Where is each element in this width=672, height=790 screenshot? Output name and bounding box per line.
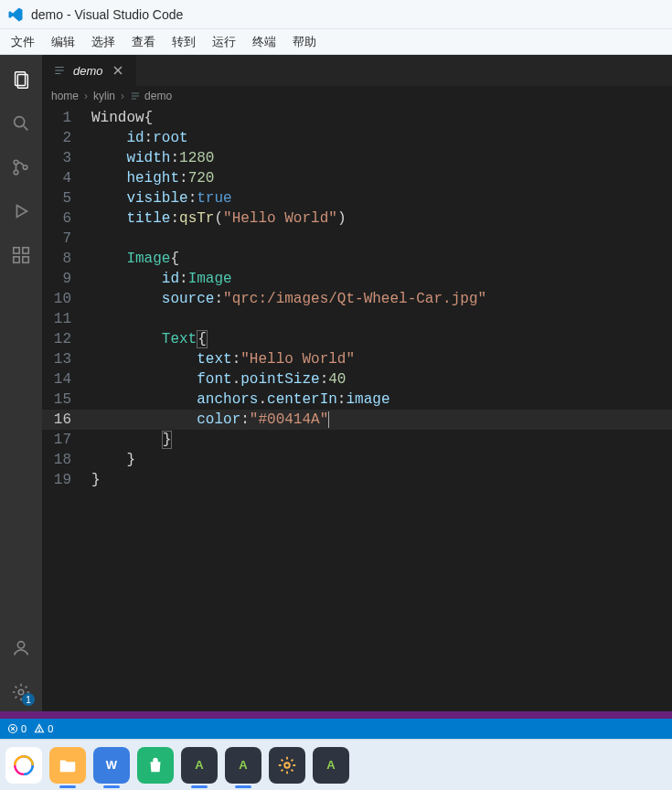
code-line[interactable]: 14 font.pointSize:40 — [42, 369, 672, 390]
menu-文件[interactable]: 文件 — [4, 32, 42, 52]
errors-count: 0 — [21, 723, 27, 734]
code-line[interactable]: 8 Image{ — [42, 249, 672, 269]
line-number: 5 — [42, 188, 88, 208]
menu-终端[interactable]: 终端 — [245, 32, 283, 52]
code-line[interactable]: 13 text:"Hello World" — [42, 349, 672, 369]
taskbar-app-wps[interactable]: W — [93, 747, 130, 784]
sash-bar[interactable] — [0, 711, 672, 719]
menu-查看[interactable]: 查看 — [124, 32, 163, 52]
extensions-icon[interactable] — [0, 236, 42, 274]
tab-label: demo — [73, 64, 103, 78]
line-number: 17 — [42, 430, 88, 450]
tab-demo[interactable]: demo — [42, 55, 137, 86]
svg-rect-10 — [23, 257, 28, 262]
line-number: 1 — [42, 108, 88, 128]
code-line[interactable]: 1Window{ — [42, 108, 672, 128]
line-number: 6 — [42, 208, 88, 229]
code-line[interactable]: 12 Text{ — [42, 329, 672, 349]
line-number: 11 — [42, 309, 88, 329]
code-line[interactable]: 4 height:720 — [42, 168, 672, 188]
breadcrumbs[interactable]: home › kylin › demo — [42, 86, 672, 106]
svg-point-13 — [18, 689, 24, 695]
warnings-count: 0 — [48, 723, 53, 734]
code-line[interactable]: 6 title:qsTr("Hello World") — [42, 208, 672, 229]
line-number: 15 — [42, 390, 88, 410]
menu-编辑[interactable]: 编辑 — [44, 32, 82, 52]
svg-rect-8 — [14, 248, 19, 253]
menu-bar: 文件编辑选择查看转到运行终端帮助 — [0, 29, 672, 55]
editor-area: demo home › kylin › demo 1Window — [42, 55, 672, 711]
svg-point-2 — [15, 117, 25, 127]
code-line[interactable]: 10 source:"qrc:/images/Qt-Wheel-Car.jpg" — [42, 289, 672, 309]
code-line[interactable]: 3 width:1280 — [42, 148, 672, 168]
close-tab-icon[interactable] — [111, 63, 125, 78]
status-warnings[interactable]: 0 — [34, 723, 53, 734]
svg-line-3 — [24, 126, 28, 131]
line-number: 13 — [42, 349, 88, 369]
activity-bar: 1 — [0, 55, 42, 711]
line-number: 4 — [42, 168, 88, 188]
status-errors[interactable]: 0 — [7, 723, 27, 734]
taskbar: WAAA — [0, 739, 672, 790]
file-icon — [53, 64, 66, 77]
line-number: 16 — [42, 410, 88, 430]
code-editor[interactable]: 1Window{2 id:root3 width:12804 height:72… — [42, 106, 672, 711]
file-icon — [130, 91, 141, 101]
line-number: 7 — [42, 229, 88, 249]
code-line[interactable]: 19} — [42, 470, 672, 490]
taskbar-app-store[interactable] — [137, 747, 174, 784]
explorer-icon[interactable] — [0, 60, 42, 99]
status-bar: 0 0 — [0, 719, 672, 739]
editor-window: 1 demo home › kylin › — [0, 55, 672, 739]
breadcrumb-file[interactable]: demo — [130, 90, 172, 102]
svg-point-6 — [23, 165, 27, 170]
line-number: 10 — [42, 289, 88, 309]
line-number: 3 — [42, 148, 88, 168]
menu-运行[interactable]: 运行 — [205, 32, 243, 52]
settings-gear-icon[interactable]: 1 — [0, 673, 42, 711]
chevron-right-icon: › — [84, 90, 88, 102]
code-line[interactable]: 18 } — [42, 450, 672, 470]
svg-point-26 — [39, 731, 40, 731]
svg-point-4 — [14, 160, 18, 165]
code-line[interactable]: 9 id:Image — [42, 269, 672, 289]
line-number: 2 — [42, 128, 88, 148]
vscode-logo-icon — [7, 6, 24, 23]
breadcrumb-kylin[interactable]: kylin — [93, 90, 115, 102]
code-line[interactable]: 16 color:"#00414A" — [42, 410, 672, 430]
taskbar-app-app-a1[interactable]: A — [181, 747, 218, 784]
chevron-right-icon: › — [121, 90, 124, 102]
line-number: 9 — [42, 269, 88, 289]
taskbar-app-start-menu[interactable] — [5, 747, 42, 784]
menu-帮助[interactable]: 帮助 — [285, 32, 324, 52]
menu-选择[interactable]: 选择 — [84, 32, 123, 52]
code-line[interactable]: 2 id:root — [42, 128, 672, 148]
svg-point-5 — [14, 170, 18, 175]
svg-point-12 — [17, 642, 24, 648]
line-number: 19 — [42, 470, 88, 490]
window-titlebar: demo - Visual Studio Code — [0, 0, 672, 29]
code-line[interactable]: 11 — [42, 309, 672, 329]
menu-转到[interactable]: 转到 — [165, 32, 203, 52]
run-debug-icon[interactable] — [0, 192, 42, 230]
breadcrumb-home[interactable]: home — [51, 90, 79, 102]
line-number: 18 — [42, 450, 88, 470]
search-icon[interactable] — [0, 104, 42, 143]
taskbar-app-app-a3[interactable]: A — [313, 747, 349, 784]
line-number: 14 — [42, 369, 88, 390]
code-line[interactable]: 7 — [42, 229, 672, 249]
line-number: 8 — [42, 249, 88, 269]
accounts-icon[interactable] — [0, 629, 42, 667]
code-line[interactable]: 5 visible:true — [42, 188, 672, 208]
svg-point-28 — [284, 763, 290, 768]
taskbar-app-app-a2[interactable]: A — [225, 747, 261, 784]
source-control-icon[interactable] — [0, 148, 42, 187]
svg-rect-11 — [23, 248, 28, 253]
editor-tabs: demo — [42, 55, 672, 86]
svg-rect-9 — [14, 257, 19, 262]
settings-badge: 1 — [22, 693, 35, 706]
code-line[interactable]: 17 } — [42, 430, 672, 450]
taskbar-app-settings[interactable] — [269, 747, 305, 784]
taskbar-app-files[interactable] — [49, 747, 86, 784]
code-line[interactable]: 15 anchors.centerIn:image — [42, 390, 672, 410]
